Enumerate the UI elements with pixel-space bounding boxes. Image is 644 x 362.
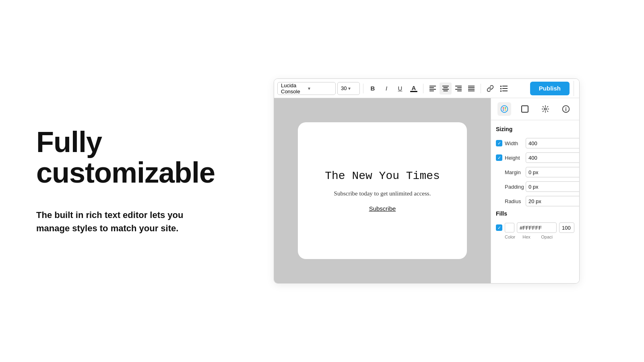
align-center-icon — [442, 86, 449, 91]
margin-label: Margin — [505, 169, 523, 175]
palette-icon — [500, 105, 508, 113]
list-icon — [500, 85, 508, 92]
svg-rect-13 — [468, 87, 475, 88]
height-checkbox[interactable]: ✓ — [496, 154, 502, 161]
list-button[interactable] — [498, 82, 510, 95]
italic-button[interactable]: I — [380, 82, 392, 95]
sizing-title: Sizing — [496, 126, 574, 132]
font-family-select[interactable]: Lucida Console — [277, 82, 336, 95]
svg-rect-19 — [502, 88, 508, 89]
right-section: Lucida Console 30 B I U A — [209, 62, 644, 300]
margin-input[interactable] — [526, 167, 579, 177]
toolbar: Lucida Console 30 B I U A — [274, 79, 579, 98]
align-right-button[interactable] — [452, 82, 464, 95]
padding-label: Padding — [505, 184, 523, 190]
font-size-value: 30 — [341, 85, 347, 91]
opacity-input[interactable] — [559, 222, 574, 233]
svg-rect-20 — [500, 90, 502, 92]
height-row: ✓ Height px — [496, 152, 574, 163]
svg-rect-11 — [457, 90, 462, 91]
svg-point-28 — [544, 108, 546, 110]
link-button[interactable] — [484, 82, 496, 95]
divider-3 — [481, 84, 481, 93]
editor-window: Lucida Console 30 B I U A — [274, 78, 580, 284]
font-family-value: Lucida Console — [281, 82, 305, 95]
panel-tab-layout[interactable] — [518, 102, 532, 116]
bold-button[interactable]: B — [367, 82, 379, 95]
svg-point-24 — [505, 107, 506, 109]
width-checkbox[interactable]: ✓ — [496, 140, 502, 146]
width-input[interactable] — [526, 138, 579, 148]
radius-row: Radius — [496, 196, 574, 206]
align-justify-button[interactable] — [465, 82, 477, 95]
margin-row: Margin — [496, 167, 574, 177]
svg-rect-27 — [522, 106, 528, 112]
width-row: ✓ Width px — [496, 138, 574, 148]
align-right-icon — [455, 86, 462, 91]
text-color-bar — [410, 91, 417, 92]
svg-rect-6 — [442, 89, 449, 90]
svg-rect-2 — [429, 89, 436, 90]
text-color-button[interactable]: A — [408, 82, 420, 95]
color-swatch[interactable] — [505, 223, 514, 232]
align-group — [427, 82, 477, 95]
align-center-button[interactable] — [440, 82, 452, 95]
panel-tab-color[interactable] — [497, 102, 511, 116]
color-label: Color — [505, 234, 515, 239]
hex-input[interactable] — [517, 222, 557, 233]
svg-rect-5 — [444, 87, 448, 88]
svg-rect-0 — [429, 86, 436, 86]
svg-rect-17 — [502, 86, 508, 86]
panel-tabs — [491, 98, 579, 120]
description-text: The built in rich text editor lets you m… — [36, 208, 185, 235]
divider-2 — [423, 84, 423, 93]
fills-title: Fills — [496, 210, 574, 217]
opacity-label: Opaci — [541, 234, 553, 239]
svg-rect-12 — [468, 86, 475, 86]
canvas-area[interactable]: The New You Times Subscribe today to get… — [274, 98, 491, 283]
radius-label: Radius — [505, 198, 523, 204]
panel-tab-settings[interactable] — [539, 102, 552, 116]
fill-checkbox[interactable]: ✓ — [496, 224, 502, 231]
svg-rect-9 — [457, 87, 462, 88]
radius-input[interactable] — [526, 196, 579, 206]
align-left-button[interactable] — [427, 82, 439, 95]
svg-point-25 — [503, 109, 504, 111]
hex-label: Hex — [522, 234, 539, 239]
fills-section: Fills ✓ Color Hex Opaci — [496, 210, 574, 239]
fills-labels: Color Hex Opaci — [496, 234, 574, 239]
underline-button[interactable]: U — [394, 82, 406, 95]
link-icon — [487, 85, 494, 92]
editor-body: The New You Times Subscribe today to get… — [274, 98, 579, 283]
svg-point-23 — [503, 107, 504, 109]
svg-rect-7 — [444, 90, 448, 91]
svg-rect-16 — [500, 86, 502, 87]
panel-tab-info[interactable] — [559, 102, 573, 116]
font-size-chevron-icon — [348, 85, 351, 91]
toolbar-right-indicator — [574, 81, 576, 96]
info-icon — [562, 105, 570, 113]
align-left-icon — [429, 86, 436, 91]
font-size-select[interactable]: 30 — [337, 82, 360, 95]
height-input[interactable] — [526, 152, 579, 163]
card-subtitle: Subscribe today to get unlimited access. — [334, 190, 431, 197]
publish-button[interactable]: Publish — [530, 82, 570, 95]
height-label: Height — [505, 155, 523, 161]
svg-rect-21 — [502, 90, 508, 91]
settings-icon — [541, 105, 549, 113]
panel-content: Sizing ✓ Width px ✓ — [491, 120, 579, 245]
square-icon — [521, 105, 528, 113]
headline: Fully customizable — [36, 127, 185, 188]
content-card: The New You Times Subscribe today to get… — [298, 122, 467, 259]
svg-rect-18 — [500, 88, 502, 89]
svg-rect-1 — [429, 87, 434, 88]
svg-rect-15 — [468, 90, 475, 91]
font-family-chevron-icon — [308, 85, 332, 91]
fills-row: ✓ — [496, 222, 574, 233]
padding-input[interactable] — [526, 181, 579, 192]
width-label: Width — [505, 140, 523, 146]
card-title: The New You Times — [325, 170, 440, 182]
card-link[interactable]: Subscribe — [369, 205, 396, 212]
svg-rect-8 — [455, 86, 462, 86]
left-section: Fully customizable The built in rich tex… — [0, 95, 209, 267]
